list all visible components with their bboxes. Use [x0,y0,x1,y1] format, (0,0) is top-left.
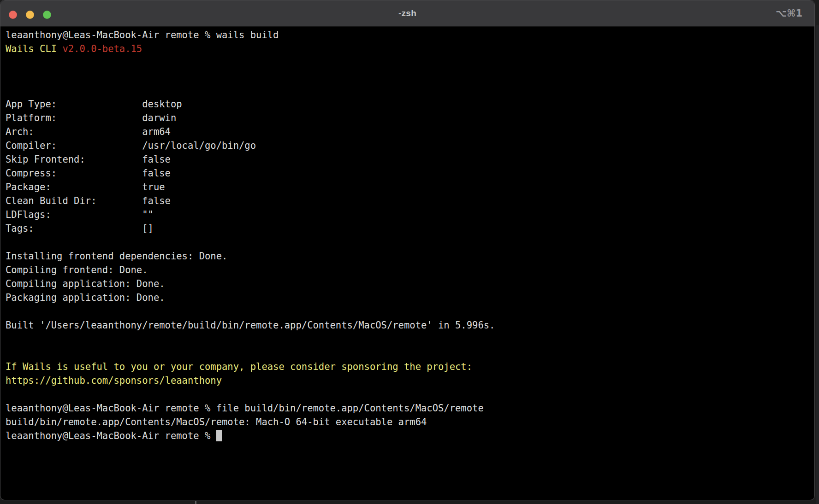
terminal-output[interactable]: leaanthony@Leas-MacBook-Air remote % wai… [0,27,814,443]
build-option-row: LDFlags:"" [6,208,810,222]
build-option-value: false [142,154,171,165]
build-option-label: Tags: [6,222,142,235]
terminal-text-segment: Wails CLI [6,43,62,54]
terminal-text-segment: Compiling application: Done. [6,278,165,289]
background-window-fragment [195,501,196,504]
terminal-blank-line [6,83,810,97]
sponsor-message-line: If Wails is useful to you or your compan… [6,360,810,374]
window-titlebar[interactable]: -zsh ⌥⌘1 [0,0,814,27]
build-option-row: Platform:darwin [6,111,810,125]
terminal-cursor [216,430,222,441]
terminal-window: -zsh ⌥⌘1 leaanthony@Leas-MacBook-Air rem… [0,0,815,500]
build-option-label: App Type: [6,97,142,111]
terminal-blank-line [6,346,810,360]
build-option-row: Package:true [6,180,810,194]
prompt-command-line: leaanthony@Leas-MacBook-Air remote % fil… [6,401,810,415]
terminal-blank-line [6,70,810,83]
terminal-text-segment: Compiling frontend: Done. [6,264,148,275]
prompt-command-line: leaanthony@Leas-MacBook-Air remote % wai… [6,28,810,42]
build-option-label: LDFlags: [6,208,142,222]
build-option-label: Compiler: [6,139,142,152]
close-button[interactable] [9,11,17,19]
window-shortcut-badge: ⌥⌘1 [776,8,802,19]
terminal-text-segment: Built '/Users/leaanthony/remote/build/bi… [6,320,495,331]
zoom-button[interactable] [43,11,51,19]
build-option-label: Skip Frontend: [6,152,142,166]
sponsor-url-line: https://github.com/sponsors/leaanthony [6,374,810,387]
terminal-text-segment: https://github.com/sponsors/leaanthony [6,375,222,386]
build-option-row: Clean Build Dir:false [6,194,810,208]
terminal-text-segment: Installing frontend dependencies: Done. [6,251,227,262]
build-option-label: Clean Build Dir: [6,194,142,208]
build-option-value: desktop [142,99,182,110]
build-option-value: false [142,168,171,179]
terminal-blank-line [6,305,810,318]
terminal-blank-line [6,387,810,401]
terminal-text-segment: v2.0.0-beta.15 [62,43,142,54]
build-option-label: Compress: [6,166,142,180]
active-prompt-line: leaanthony@Leas-MacBook-Air remote % [6,429,810,443]
file-output-line: build/bin/remote.app/Contents/MacOS/remo… [6,415,810,429]
build-step-line: Installing frontend dependencies: Done. [6,249,810,263]
build-step-line: Packaging application: Done. [6,291,810,305]
terminal-blank-line [6,56,810,70]
build-option-row: Tags:[] [6,222,810,235]
build-option-row: Compress:false [6,166,810,180]
build-option-row: Compiler:/usr/local/go/bin/go [6,139,810,152]
build-option-value: false [142,195,171,206]
traffic-lights [9,11,51,19]
build-option-value: true [142,182,165,193]
build-option-label: Platform: [6,111,142,125]
build-option-value: "" [142,209,154,220]
build-option-value: darwin [142,112,176,123]
window-title: -zsh [398,8,416,18]
terminal-text-segment: leaanthony@Leas-MacBook-Air remote % wai… [6,29,279,41]
terminal-text-segment: If Wails is useful to you or your compan… [6,361,472,372]
wails-version-line: Wails CLI v2.0.0-beta.15 [6,42,810,56]
background-window-edge [816,25,819,504]
terminal-text-segment: build/bin/remote.app/Contents/MacOS/remo… [6,416,427,428]
build-option-row: App Type:desktop [6,97,810,111]
terminal-blank-line [6,332,810,346]
build-option-value: arm64 [142,126,171,137]
terminal-text-segment: Packaging application: Done. [6,292,165,303]
build-step-line: Compiling frontend: Done. [6,263,810,277]
build-step-line: Compiling application: Done. [6,277,810,291]
build-option-row: Skip Frontend:false [6,152,810,166]
build-option-value: [] [142,223,154,234]
build-option-label: Arch: [6,125,142,139]
build-result-line: Built '/Users/leaanthony/remote/build/bi… [6,318,810,332]
terminal-blank-line [6,235,810,249]
build-option-value: /usr/local/go/bin/go [142,140,256,151]
terminal-text-segment: leaanthony@Leas-MacBook-Air remote % [6,430,216,441]
terminal-text-segment: leaanthony@Leas-MacBook-Air remote % fil… [6,403,484,414]
build-option-row: Arch:arm64 [6,125,810,139]
build-option-label: Package: [6,180,142,194]
minimize-button[interactable] [26,11,34,19]
